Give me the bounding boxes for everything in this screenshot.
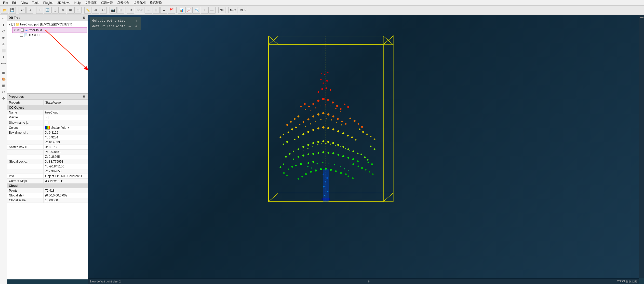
sidebar-settings[interactable]: ⚙ bbox=[1, 95, 6, 101]
prop-row-points: Points 72,918 bbox=[7, 188, 88, 193]
svg-point-11 bbox=[323, 174, 324, 175]
sidebar-pick-point[interactable]: + bbox=[1, 54, 6, 60]
toolbar-open[interactable]: 📂 bbox=[1, 7, 8, 14]
menu-format-convert[interactable]: 格式转换 bbox=[148, 0, 164, 5]
toolbar-plane[interactable]: ⊟ bbox=[153, 7, 160, 14]
prop-colors-value[interactable]: Scalar field ▼ bbox=[44, 125, 88, 130]
svg-point-39 bbox=[365, 169, 367, 171]
toolbar-chart2[interactable]: 📈 bbox=[185, 7, 193, 14]
toolbar-sample[interactable]: ⊡ bbox=[74, 7, 82, 14]
colors-dropdown-arrow[interactable]: ▼ bbox=[68, 126, 70, 129]
svg-point-112 bbox=[322, 112, 325, 114]
toolbar-zoom-fit[interactable]: ⊞ bbox=[117, 7, 124, 14]
svg-point-164 bbox=[321, 143, 322, 144]
toolbar-plus[interactable]: + bbox=[201, 7, 208, 14]
toolbar-rotate[interactable]: 🔄 bbox=[44, 7, 51, 14]
prop-row-colors: Colors Scalar field ▼ bbox=[7, 125, 88, 130]
svg-point-150 bbox=[327, 72, 329, 73]
menu-pcl-register[interactable]: 点云配准 bbox=[131, 0, 148, 5]
toolbar-chart3[interactable]: 📉 bbox=[193, 7, 200, 14]
toolbar-sor-btn[interactable]: SOR bbox=[135, 7, 144, 13]
menu-pcl-segment[interactable]: 点云分割 bbox=[99, 0, 115, 5]
sidebar-colorize[interactable]: 🎨 bbox=[1, 76, 6, 82]
colors-select[interactable]: Scalar field ▼ bbox=[45, 126, 86, 130]
toolbar-sep-7 bbox=[217, 7, 217, 13]
prop-visible-value[interactable]: ✓ bbox=[44, 115, 88, 120]
toolbar-minus[interactable]: — bbox=[208, 7, 216, 14]
sidebar-segment[interactable]: ✂ bbox=[1, 89, 6, 95]
tree-item-root[interactable]: ▼ 📁 treeCloud.pcd (E:/PCL编程/PCLTEST) bbox=[8, 22, 87, 27]
sidebar-move[interactable]: ✛ bbox=[1, 22, 6, 28]
sidebar-select-rect[interactable]: ⬜ bbox=[1, 48, 6, 53]
menu-plugins[interactable]: Plugins bbox=[41, 1, 55, 5]
right-sidebar-handle bbox=[640, 17, 643, 18]
toolbar-save[interactable]: 💾 bbox=[9, 7, 16, 14]
svg-point-149 bbox=[321, 73, 322, 74]
prop-points-val: 72,918 bbox=[44, 188, 88, 193]
svg-point-54 bbox=[342, 155, 344, 157]
display-arrow[interactable]: ▼ bbox=[60, 179, 63, 183]
tree-item-tlsgbl[interactable]: 📄 TLS/GBL bbox=[16, 33, 87, 37]
prop-section-ccobject: CC Object bbox=[7, 105, 88, 110]
tree-item-treecloud[interactable]: ▼ 👁 ☁ treeCloud bbox=[12, 27, 87, 33]
toolbar-move[interactable]: ✛ bbox=[36, 7, 43, 14]
toolbar-btn-q[interactable]: ⊛ bbox=[127, 7, 134, 14]
prop-name-value: treeCloud bbox=[44, 110, 88, 115]
svg-point-94 bbox=[347, 135, 349, 136]
properties-scroll[interactable]: Property State/Value CC Object Name tree… bbox=[7, 100, 88, 279]
svg-point-160 bbox=[303, 150, 304, 151]
toolbar-undo[interactable]: ↩ bbox=[19, 7, 26, 14]
svg-marker-5 bbox=[383, 36, 393, 202]
prop-shifted-y-val: Y: -20.8451 bbox=[44, 149, 88, 154]
viewport[interactable]: default point size — + default line widt… bbox=[88, 15, 639, 278]
toolbar-nc-btn[interactable]: N+C bbox=[228, 7, 237, 13]
toolbar-redo[interactable]: ↪ bbox=[26, 7, 33, 14]
toolbar-sf-btn[interactable]: SF bbox=[218, 7, 225, 13]
menu-edit[interactable]: Edit bbox=[10, 1, 19, 5]
sidebar-layers[interactable]: ⊞ bbox=[1, 70, 6, 76]
menu-3dviews[interactable]: 3D Views bbox=[55, 1, 72, 5]
prop-shifted-empty2 bbox=[7, 154, 44, 159]
file-icon-tlsgbl: 📄 bbox=[24, 33, 28, 37]
toolbar-measure[interactable]: 📏 bbox=[84, 7, 91, 14]
tree-arrow-root: ▼ bbox=[8, 23, 11, 26]
svg-point-119 bbox=[345, 123, 347, 125]
toolbar-select[interactable]: ⬚ bbox=[51, 7, 59, 14]
toolbar-mls-btn[interactable]: MLS bbox=[238, 7, 247, 13]
toolbar-merge[interactable]: ⊞ bbox=[67, 7, 74, 14]
menu-pcl-filter[interactable]: 点云滤波 bbox=[83, 0, 99, 5]
db-tree-close-btn[interactable]: ⊟ bbox=[82, 16, 86, 20]
svg-point-181 bbox=[320, 105, 321, 106]
tree-checkbox-treecloud[interactable] bbox=[21, 29, 24, 32]
sidebar-pointer[interactable]: ↖ bbox=[1, 16, 6, 21]
toolbar-delete[interactable]: ✕ bbox=[59, 7, 66, 14]
prop-showname-value[interactable] bbox=[44, 120, 88, 125]
prop-display-val[interactable]: 3D View 1 ▼ bbox=[44, 178, 88, 183]
toolbar-cloud[interactable]: ☁ bbox=[160, 7, 167, 14]
toolbar-flag[interactable]: 🚩 bbox=[168, 7, 175, 14]
menu-pcl-fit[interactable]: 点云拟合 bbox=[115, 0, 131, 5]
svg-point-43 bbox=[372, 173, 374, 175]
toolbar-chart[interactable]: 📊 bbox=[178, 7, 185, 14]
sidebar-measure-dist[interactable]: ⟺ bbox=[1, 60, 6, 66]
tree-checkbox-root[interactable] bbox=[11, 23, 15, 26]
toolbar-pick[interactable]: ⊕ bbox=[92, 7, 99, 14]
svg-point-111 bbox=[317, 113, 319, 116]
tree-checkbox-tlsgbl[interactable] bbox=[20, 34, 23, 37]
menu-help[interactable]: Help bbox=[72, 1, 83, 5]
sidebar-scalar[interactable]: ▦ bbox=[1, 83, 6, 88]
toolbar-arrow[interactable]: → bbox=[145, 7, 152, 14]
menu-file[interactable]: File bbox=[1, 1, 10, 5]
showname-checkbox[interactable] bbox=[45, 121, 48, 124]
menu-tools[interactable]: Tools bbox=[30, 1, 41, 5]
svg-point-37 bbox=[357, 165, 359, 167]
properties-close-btn[interactable]: ⊟ bbox=[82, 94, 86, 99]
visible-checkbox[interactable]: ✓ bbox=[45, 116, 48, 119]
svg-point-116 bbox=[303, 121, 304, 123]
sidebar-rotate-view[interactable]: ↺ bbox=[1, 29, 6, 34]
sidebar-zoom[interactable]: ⊕ bbox=[1, 35, 6, 40]
sidebar-pan[interactable]: ☩ bbox=[1, 41, 6, 47]
toolbar-camera[interactable]: 📷 bbox=[110, 7, 117, 14]
toolbar-clip[interactable]: ✂ bbox=[100, 7, 107, 14]
menu-view[interactable]: View bbox=[19, 1, 30, 5]
